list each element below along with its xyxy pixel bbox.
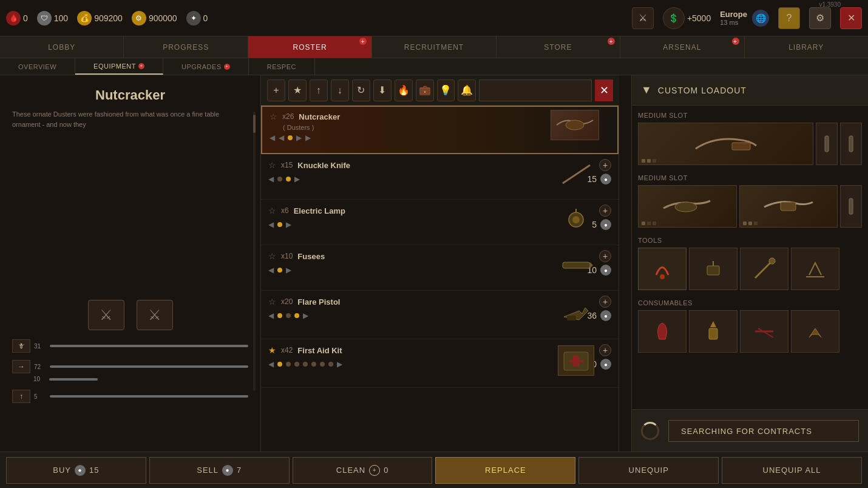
- slot-1-accessory-1[interactable]: [816, 123, 838, 165]
- svg-point-0: [566, 120, 584, 130]
- medium-slot-1-main[interactable]: [638, 123, 813, 165]
- item-first-aid-kit[interactable]: ★ x42 First Aid Kit + ◀ ▶ 30 ●: [261, 339, 619, 388]
- tool-slot-2[interactable]: [689, 248, 737, 290]
- badge-value: 0: [203, 13, 208, 23]
- electric-lamp-image: [558, 206, 594, 233]
- medium-slot-2-main-2[interactable]: [739, 185, 838, 228]
- weapon-sub-stat-2: 10: [33, 376, 248, 382]
- player-icon: ⚔: [632, 7, 654, 29]
- tab-roster[interactable]: ROSTER +: [248, 36, 372, 58]
- buy-label: BUY: [53, 466, 71, 475]
- item-fusees[interactable]: ☆ x10 Fusees + ◀ ▶ 10 ●: [261, 245, 619, 291]
- electric-lamp-count: x6: [281, 206, 289, 215]
- item-knuckle-knife[interactable]: ☆ x15 Knuckle Knife + ◀ ▶ 15 ●: [261, 154, 619, 200]
- tab-library[interactable]: LIBRARY: [745, 36, 868, 58]
- unequip-all-button[interactable]: UNEQUIP ALL: [722, 457, 862, 484]
- cog-value: 900000: [149, 13, 177, 23]
- kk-left-icon: ◀: [268, 175, 274, 183]
- consumable-slot-4[interactable]: [791, 310, 839, 353]
- help-button[interactable]: ?: [778, 7, 800, 29]
- settings-button[interactable]: ⚙: [809, 7, 831, 29]
- medium-slot-2-label: Medium Slot: [638, 174, 862, 181]
- filter-bulb-button[interactable]: 💡: [437, 80, 455, 101]
- consumable-slot-3[interactable]: [740, 310, 788, 353]
- sell-label: SELL: [197, 466, 219, 475]
- tool-slot-4[interactable]: [791, 248, 839, 290]
- consumables-section: Consumables: [638, 299, 862, 353]
- consumable-slot-2[interactable]: [689, 310, 737, 353]
- consumable-slot-1[interactable]: [638, 310, 687, 353]
- tab-arsenal[interactable]: ARSENAL +: [620, 36, 744, 58]
- fp-dot-2: [286, 313, 291, 318]
- item-list[interactable]: ☆ x26 Nutcracker ( Dusters ) ◀ ◀ ▶ ▶: [261, 106, 619, 452]
- tool-slot-3[interactable]: [740, 248, 788, 290]
- first-aid-kit-count: x42: [281, 346, 293, 354]
- contracts-label: SEARCHING FOR CONTRACTS: [681, 427, 812, 436]
- clear-search-button[interactable]: ✕: [595, 80, 613, 101]
- right-arrow-icon: ▶: [305, 134, 311, 142]
- filter-add-button[interactable]: +: [267, 80, 285, 101]
- filter-drop-button[interactable]: ⬇: [373, 80, 392, 101]
- char-icon-right: ⚔: [137, 300, 173, 330]
- electric-lamp-add-icon[interactable]: +: [599, 205, 611, 217]
- fak-dot-6: [320, 362, 325, 367]
- subtab-overview[interactable]: OVERVIEW: [0, 58, 75, 75]
- tab-roster-label: ROSTER: [293, 43, 327, 52]
- svg-point-4: [572, 216, 580, 223]
- unequip-button[interactable]: UNEQUIP: [578, 457, 719, 484]
- gold-icon: 💰: [77, 11, 92, 25]
- item-electric-lamp[interactable]: ☆ x6 Electric Lamp + ◀ ▶ 5 ●: [261, 200, 619, 245]
- flare-pistol-count: x20: [281, 297, 293, 306]
- upgrades-badge: +: [224, 64, 230, 70]
- svg-marker-7: [590, 262, 593, 268]
- replace-button[interactable]: REPLACE: [435, 457, 575, 484]
- buy-button[interactable]: BUY ● 15: [6, 457, 146, 484]
- chevron-down-icon[interactable]: ▼: [641, 84, 652, 97]
- sell-coin-icon: ●: [222, 465, 233, 476]
- slot-2-dot-bar-1: [642, 222, 656, 225]
- search-input[interactable]: [479, 80, 592, 101]
- flare-pistol-add-icon[interactable]: +: [599, 296, 611, 308]
- subtab-overview-label: OVERVIEW: [18, 63, 56, 70]
- filter-down-button[interactable]: ↓: [331, 80, 349, 101]
- dot-1: [288, 135, 293, 140]
- weapon-icon-1: 🗡: [12, 339, 30, 353]
- sell-button[interactable]: SELL ● 7: [149, 457, 290, 484]
- tab-store-label: STORE: [544, 43, 572, 52]
- filter-flame-button[interactable]: 🔥: [395, 80, 413, 101]
- first-aid-kit-add-icon[interactable]: +: [599, 344, 611, 356]
- filter-bag-button[interactable]: 💼: [416, 80, 434, 101]
- item-nutcracker[interactable]: ☆ x26 Nutcracker ( Dusters ) ◀ ◀ ▶ ▶: [261, 106, 619, 154]
- fusees-add-icon[interactable]: +: [599, 250, 611, 262]
- clean-button[interactable]: CLEAN + 0: [293, 457, 433, 484]
- slot-1-accessory-2[interactable]: [840, 123, 862, 165]
- nutcracker-count: x26: [282, 112, 294, 121]
- tool-slot-1[interactable]: [638, 248, 687, 290]
- subtab-upgrades[interactable]: UPGRADES +: [163, 58, 249, 75]
- tab-progress[interactable]: PROGRESS: [124, 36, 248, 58]
- tab-lobby[interactable]: LOBBY: [0, 36, 124, 58]
- tab-recruitment[interactable]: RECRUITMENT: [372, 36, 496, 58]
- subtab-respec[interactable]: RESPEC: [249, 58, 315, 75]
- server-ping: 13 ms: [720, 19, 747, 26]
- filter-bell-button[interactable]: 🔔: [458, 80, 476, 101]
- filter-star-button[interactable]: ★: [288, 80, 307, 101]
- main-content: Nutcracker These ornate Dusters were fas…: [0, 75, 868, 452]
- contracts-spinner: [641, 422, 659, 440]
- slot-2-accessory[interactable]: [840, 185, 862, 228]
- slot-2-dot-2: [647, 222, 651, 225]
- filter-up-button[interactable]: ↑: [310, 80, 328, 101]
- subtab-equipment[interactable]: EQUIPMENT +: [75, 58, 163, 75]
- knuckle-knife-add-icon[interactable]: +: [599, 159, 611, 171]
- medium-slot-2-main-1[interactable]: [638, 185, 737, 228]
- medium-slot-2-weapon-img-2: [740, 186, 838, 227]
- fak-dot-1: [277, 362, 282, 367]
- filter-rotate-button[interactable]: ↻: [352, 80, 370, 101]
- medium-slot-1-label: Medium Slot: [638, 112, 862, 119]
- close-button[interactable]: ✕: [840, 7, 862, 29]
- contracts-button[interactable]: SEARCHING FOR CONTRACTS: [668, 420, 859, 442]
- item-flare-pistol[interactable]: ☆ x20 Flare Pistol + ◀ ▶ 36 ●: [261, 291, 619, 339]
- character-description: These ornate Dusters were fashioned from…: [12, 109, 248, 129]
- tab-store[interactable]: STORE +: [497, 36, 620, 58]
- svg-rect-19: [707, 266, 719, 275]
